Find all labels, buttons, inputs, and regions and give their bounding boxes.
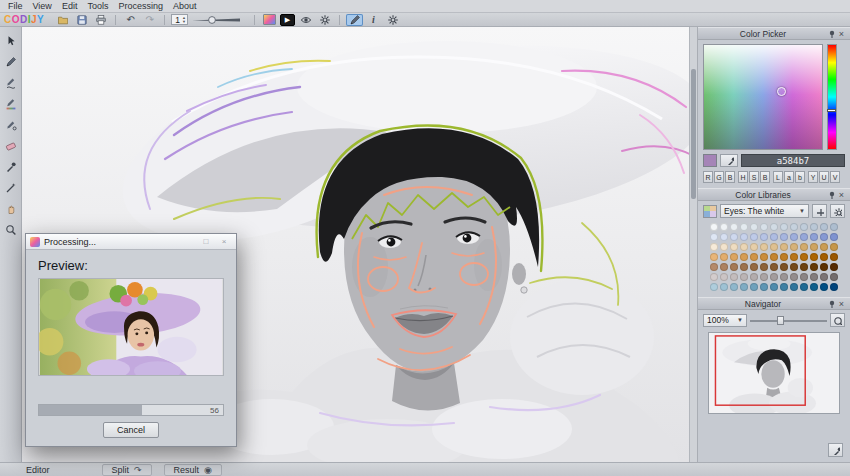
pick-color-button[interactable] [828, 443, 843, 457]
color-mode-b[interactable]: B [760, 171, 770, 183]
show-strokes-button[interactable] [297, 14, 314, 26]
pattern-pen-tool[interactable] [2, 116, 20, 133]
hex-color-input[interactable] [741, 154, 845, 167]
close-button[interactable]: × [216, 236, 232, 248]
palette-swatch[interactable] [750, 233, 758, 241]
process-button[interactable]: ▶ [280, 14, 295, 26]
palette-swatch[interactable] [820, 273, 828, 281]
palette-swatch[interactable] [770, 283, 778, 291]
cancel-button[interactable]: Cancel [103, 422, 159, 438]
menu-item-about[interactable]: About [168, 1, 202, 11]
palette-swatch[interactable] [780, 253, 788, 261]
palette-swatch[interactable] [830, 243, 838, 251]
menu-item-tools[interactable]: Tools [82, 1, 113, 11]
palette-swatch[interactable] [800, 263, 808, 271]
palette-swatch[interactable] [770, 243, 778, 251]
palette-swatch[interactable] [830, 253, 838, 261]
pin-icon[interactable] [825, 189, 836, 200]
palette-swatch[interactable] [750, 263, 758, 271]
color-mode-s[interactable]: S [749, 171, 759, 183]
color-mode-r[interactable]: R [703, 171, 713, 183]
pin-icon[interactable] [825, 298, 836, 309]
palette-swatch[interactable] [780, 243, 788, 251]
pen-tool[interactable] [2, 53, 20, 70]
palette-swatch[interactable] [810, 243, 818, 251]
palette-swatch[interactable] [750, 243, 758, 251]
palette-swatch[interactable] [800, 283, 808, 291]
eyedropper-button[interactable] [720, 154, 738, 167]
palette-swatch[interactable] [810, 253, 818, 261]
brush-size-spinner[interactable]: 1 ▲▼ [171, 14, 188, 25]
multicolor-pen-tool[interactable] [2, 74, 20, 91]
zoom-select[interactable]: 100% ▼ [703, 314, 747, 327]
palette-swatch[interactable] [780, 273, 788, 281]
palette-swatch[interactable] [760, 263, 768, 271]
palette-swatch[interactable] [720, 233, 728, 241]
color-mode-y[interactable]: Y [808, 171, 818, 183]
palette-swatch[interactable] [720, 283, 728, 291]
palette-swatch[interactable] [790, 263, 798, 271]
tab-editor[interactable]: Editor [26, 465, 50, 475]
maximize-button[interactable]: □ [198, 236, 214, 248]
zoom-in-button[interactable] [830, 313, 845, 327]
palette-swatch[interactable] [790, 223, 798, 231]
palette-swatch[interactable] [820, 263, 828, 271]
palette-swatch[interactable] [790, 243, 798, 251]
redo-button[interactable]: ↷ [141, 14, 158, 26]
palette-swatch[interactable] [730, 273, 738, 281]
color-mode-h[interactable]: H [738, 171, 748, 183]
palette-swatch[interactable] [740, 253, 748, 261]
palette-swatch[interactable] [730, 283, 738, 291]
palette-swatch[interactable] [760, 283, 768, 291]
undo-button[interactable]: ↶ [122, 14, 139, 26]
palette-swatch[interactable] [790, 233, 798, 241]
palette-swatch[interactable] [730, 243, 738, 251]
color-picker-tool[interactable] [2, 158, 20, 175]
palette-swatch[interactable] [800, 253, 808, 261]
palette-swatch[interactable] [800, 243, 808, 251]
zoom-slider-handle[interactable] [777, 316, 784, 325]
menu-item-view[interactable]: View [28, 1, 57, 11]
hue-handle[interactable] [827, 109, 836, 112]
palette-swatch[interactable] [820, 243, 828, 251]
palette-swatch[interactable] [740, 243, 748, 251]
palette-swatch[interactable] [730, 263, 738, 271]
palette-swatch[interactable] [790, 283, 798, 291]
tab-result[interactable]: Result ◉ [164, 464, 222, 476]
palette-swatch[interactable] [750, 253, 758, 261]
palette-swatch[interactable] [820, 253, 828, 261]
close-icon[interactable]: × [836, 189, 847, 200]
palette-swatch[interactable] [830, 263, 838, 271]
color-mode-b[interactable]: B [725, 171, 735, 183]
settings-button[interactable] [384, 14, 401, 26]
library-settings-button[interactable] [830, 204, 845, 218]
palette-swatch[interactable] [750, 283, 758, 291]
palette-swatch[interactable] [720, 263, 728, 271]
palette-swatch[interactable] [710, 243, 718, 251]
palette-swatch[interactable] [710, 233, 718, 241]
palette-swatch[interactable] [820, 233, 828, 241]
palette-swatch[interactable] [710, 263, 718, 271]
library-select[interactable]: Eyes: The white ▼ [720, 204, 809, 218]
palette-swatch[interactable] [760, 243, 768, 251]
palette-swatch[interactable] [760, 223, 768, 231]
palette-swatch[interactable] [780, 283, 788, 291]
palette-swatch[interactable] [800, 223, 808, 231]
palette-swatch[interactable] [750, 223, 758, 231]
palette-swatch[interactable] [780, 233, 788, 241]
color-mode-b[interactable]: b [795, 171, 805, 183]
canvas-scrollbar[interactable] [689, 27, 697, 462]
gradient-pen-tool[interactable] [2, 95, 20, 112]
color-mode-g[interactable]: G [714, 171, 724, 183]
color-cursor[interactable] [777, 87, 786, 96]
palette-swatch[interactable] [810, 233, 818, 241]
add-library-button[interactable] [812, 204, 827, 218]
palette-swatch[interactable] [800, 233, 808, 241]
preview-image-button[interactable] [261, 14, 278, 26]
stroke-width-slider[interactable] [190, 15, 248, 25]
zoom-slider[interactable] [750, 314, 827, 327]
palette-swatch[interactable] [770, 253, 778, 261]
close-icon[interactable]: × [836, 28, 847, 39]
palette-swatch[interactable] [830, 283, 838, 291]
palette-swatch[interactable] [830, 273, 838, 281]
